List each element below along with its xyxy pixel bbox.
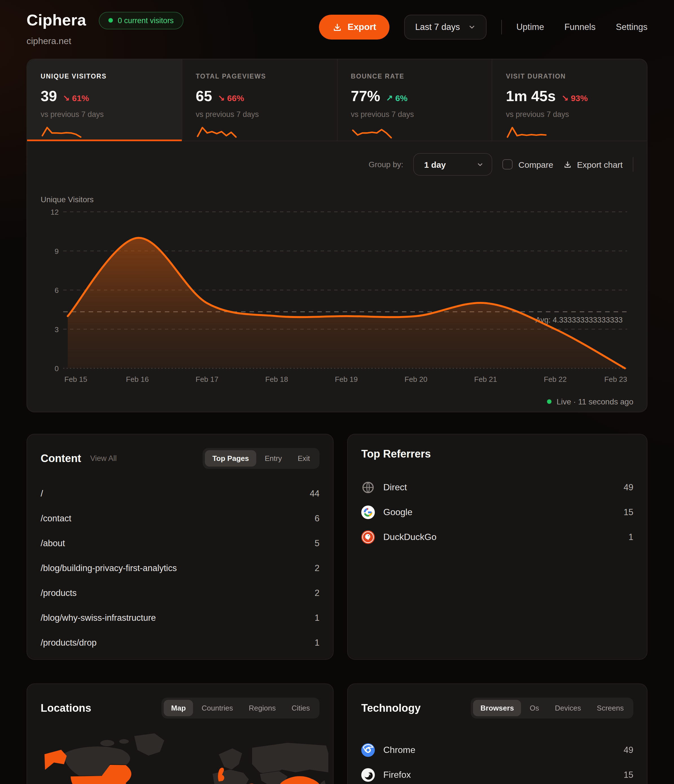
map-greenland xyxy=(134,733,165,756)
browser-row[interactable]: Firefox 15 xyxy=(361,762,634,784)
date-range-label: Last 7 days xyxy=(415,22,460,32)
technology-card: Technology Browsers Os Devices Screens xyxy=(347,683,648,784)
current-visitors-badge: 0 current visitors xyxy=(98,12,183,29)
header-nav: Uptime Funnels Settings xyxy=(516,22,648,32)
locations-title: Locations xyxy=(40,702,91,714)
browsers-list: Chrome 49 Firefox 15 xyxy=(361,738,634,784)
nav-uptime[interactable]: Uptime xyxy=(516,22,544,32)
tab-devices[interactable]: Devices xyxy=(548,700,589,716)
header-divider xyxy=(501,20,502,34)
page-row[interactable]: /about5 xyxy=(40,531,320,556)
svg-text:6: 6 xyxy=(55,286,59,294)
map-russia xyxy=(252,742,329,775)
tab-cities[interactable]: Cities xyxy=(284,700,317,716)
locations-tabs: Map Countries Regions Cities xyxy=(162,698,320,719)
pages-list: /44 /contact6 /about5 /blog/building-pri… xyxy=(40,481,320,655)
referrer-row[interactable]: Google 15 xyxy=(361,500,634,525)
svg-text:Feb 15: Feb 15 xyxy=(64,375,87,384)
content-card: Content View All Top Pages Entry Exit /4… xyxy=(26,434,334,660)
tab-exit[interactable]: Exit xyxy=(290,450,317,467)
live-status: Live · 11 seconds ago xyxy=(547,397,634,406)
map-alaska xyxy=(45,750,67,770)
page-row[interactable]: /blog/why-swiss-infrastructure1 xyxy=(40,605,320,630)
analytics-panel: UNIQUE VISITORS 39 ↘ 61% vs previous 7 d… xyxy=(26,59,648,412)
site-title: Ciphera xyxy=(26,11,86,30)
svg-text:9: 9 xyxy=(55,247,59,255)
tab-countries[interactable]: Countries xyxy=(194,700,240,716)
tab-screens[interactable]: Screens xyxy=(590,700,631,716)
chevron-down-icon xyxy=(468,23,475,31)
referrers-list: Direct 49 Google 15 xyxy=(361,475,634,549)
app: Ciphera 0 current visitors ciphera.net E… xyxy=(0,0,674,784)
svg-text:0: 0 xyxy=(55,364,59,373)
nav-settings[interactable]: Settings xyxy=(616,22,648,32)
svg-text:Feb 19: Feb 19 xyxy=(335,375,358,384)
view-all-link[interactable]: View All xyxy=(90,454,117,463)
world-map[interactable] xyxy=(37,728,320,784)
current-visitors-label: 0 current visitors xyxy=(118,16,174,25)
page-row[interactable]: /products/drop1 xyxy=(40,630,320,655)
locations-card: Locations Map Countries Regions Cities xyxy=(26,683,334,784)
svg-text:Feb 22: Feb 22 xyxy=(544,375,567,384)
svg-text:Feb 23: Feb 23 xyxy=(604,375,627,384)
tab-browsers[interactable]: Browsers xyxy=(473,700,521,716)
tab-os[interactable]: Os xyxy=(522,700,547,716)
svg-text:12: 12 xyxy=(51,208,59,216)
chrome-icon xyxy=(361,744,375,757)
content-tabs: Top Pages Entry Exit xyxy=(203,448,320,469)
referrers-title: Top Referrers xyxy=(361,448,431,460)
svg-text:3: 3 xyxy=(55,325,59,334)
svg-text:Feb 17: Feb 17 xyxy=(196,375,219,384)
export-button[interactable]: Export xyxy=(319,15,390,39)
globe-icon xyxy=(361,481,375,494)
google-icon xyxy=(361,506,375,519)
page-row[interactable]: /44 xyxy=(40,481,320,506)
tab-entry[interactable]: Entry xyxy=(258,450,289,467)
tab-map[interactable]: Map xyxy=(164,700,193,716)
firefox-icon xyxy=(361,768,375,782)
date-range-select[interactable]: Last 7 days xyxy=(404,15,487,39)
live-dot-icon xyxy=(108,18,113,23)
svg-text:Feb 21: Feb 21 xyxy=(474,375,497,384)
referrers-card: Top Referrers Direct 49 xyxy=(347,434,648,660)
page-row[interactable]: /blog/building-privacy-first-analytics2 xyxy=(40,556,320,581)
duckduckgo-icon xyxy=(361,530,375,544)
export-label: Export xyxy=(348,22,376,32)
map-europe xyxy=(212,769,249,784)
technology-tabs: Browsers Os Devices Screens xyxy=(471,698,634,719)
browser-row[interactable]: Chrome 49 xyxy=(361,738,634,762)
referrer-row[interactable]: Direct 49 xyxy=(361,475,634,500)
technology-title: Technology xyxy=(361,702,421,714)
content-title: Content xyxy=(40,452,81,465)
tab-regions[interactable]: Regions xyxy=(242,700,283,716)
page-row[interactable]: /products2 xyxy=(40,581,320,605)
svg-text:Feb 18: Feb 18 xyxy=(265,375,288,384)
header: Ciphera 0 current visitors ciphera.net E… xyxy=(0,0,674,46)
map-japan xyxy=(320,780,327,784)
nav-funnels[interactable]: Funnels xyxy=(564,22,596,32)
tab-top-pages[interactable]: Top Pages xyxy=(205,450,256,467)
svg-text:Feb 20: Feb 20 xyxy=(404,375,427,384)
page-row[interactable]: /contact6 xyxy=(40,506,320,531)
world-map-svg xyxy=(37,728,329,784)
live-dot-icon xyxy=(547,399,551,404)
map-scandinavia xyxy=(219,748,242,770)
site-domain: ciphera.net xyxy=(26,36,183,46)
referrer-row[interactable]: DuckDuckGo 1 xyxy=(361,525,634,549)
live-status-text: Live · 11 seconds ago xyxy=(557,397,634,406)
visitors-area-chart: 036912Avg: 4.333333333333333Feb 15Feb 16… xyxy=(27,59,648,413)
svg-text:Feb 16: Feb 16 xyxy=(126,375,149,384)
download-icon xyxy=(332,22,342,32)
svg-text:Avg: 4.333333333333333: Avg: 4.333333333333333 xyxy=(536,316,623,324)
